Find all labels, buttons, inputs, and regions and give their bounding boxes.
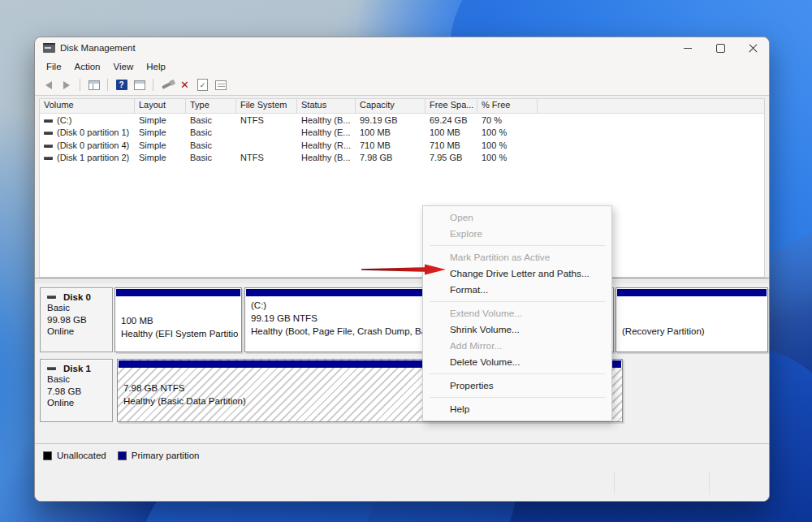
column-volume[interactable]: Volume	[40, 99, 135, 113]
check-document-button[interactable]: ✓	[196, 79, 209, 92]
forward-button[interactable]	[59, 79, 73, 92]
menu-item-change-drive-letter[interactable]: Change Drive Letter and Paths...	[423, 265, 611, 282]
disk-management-icon	[43, 43, 55, 53]
volume-row[interactable]: (C:) Simple Basic NTFS Healthy (B... 99.…	[40, 114, 764, 127]
minimize-button[interactable]	[672, 37, 704, 58]
unallocated-swatch	[43, 451, 52, 460]
tool-button[interactable]	[160, 79, 174, 92]
menu-separator	[430, 397, 605, 398]
volume-layout: Simple	[135, 153, 186, 162]
menu-separator	[430, 373, 605, 374]
disk1-kind: Basic	[47, 373, 112, 386]
disk-icon	[47, 367, 56, 370]
partition-efi[interactable]: 100 MB Healthy (EFI System Partition)	[114, 287, 242, 352]
volume-name: (C:)	[40, 115, 135, 125]
menu-action[interactable]: Action	[68, 60, 107, 73]
volume-name: (Disk 1 partition 2)	[40, 153, 135, 162]
legend-label: Primary partition	[132, 451, 200, 460]
volume-row[interactable]: (Disk 1 partition 2) Simple Basic NTFS H…	[40, 152, 764, 165]
menu-separator	[430, 245, 605, 246]
action-pane-button[interactable]	[132, 79, 146, 92]
volume-pct-free: 70 %	[477, 115, 538, 125]
back-button[interactable]	[41, 79, 55, 92]
column-capacity[interactable]: Capacity	[356, 99, 425, 113]
disk1-state: Online	[47, 397, 112, 409]
menu-item-explore: Explore	[423, 226, 611, 242]
volume-free: 100 MB	[425, 127, 477, 137]
properties-icon	[215, 80, 227, 90]
disk-icon	[44, 119, 53, 123]
legend-label: Unallocated	[57, 451, 106, 460]
console-tree-button[interactable]	[87, 79, 101, 92]
volume-name: (Disk 0 partition 1)	[40, 127, 135, 137]
menu-file[interactable]: File	[40, 60, 68, 73]
close-icon	[749, 44, 758, 53]
forward-icon	[63, 81, 70, 89]
column-file-system[interactable]: File System	[236, 99, 297, 113]
close-button[interactable]	[736, 37, 769, 58]
volume-layout: Simple	[135, 127, 186, 137]
menu-item-delete[interactable]: Delete Volume...	[423, 354, 611, 370]
volume-capacity: 7.98 GB	[356, 153, 425, 162]
volume-fs: NTFS	[236, 115, 297, 125]
disk-icon	[47, 296, 56, 299]
check-document-icon: ✓	[197, 79, 208, 91]
menu-item-format[interactable]: Format...	[423, 282, 611, 298]
title-bar[interactable]: Disk Management	[35, 37, 769, 58]
properties-button[interactable]	[214, 79, 227, 92]
column-layout[interactable]: Layout	[135, 99, 186, 113]
volume-fs: NTFS	[236, 153, 297, 162]
screwdriver-icon	[161, 80, 172, 88]
disk0-name: Disk 0	[47, 292, 112, 302]
status-separator	[709, 471, 710, 494]
status-bar	[35, 466, 769, 501]
delete-volume-button[interactable]: ✕	[178, 79, 192, 92]
volume-capacity: 100 MB	[356, 127, 425, 137]
help-button[interactable]: ?	[114, 79, 128, 92]
volume-type: Basic	[186, 115, 236, 125]
disk1-label[interactable]: Disk 1 Basic 7.98 GB Online	[40, 359, 113, 422]
volume-free: 710 MB	[425, 140, 477, 150]
column-filler	[538, 99, 764, 113]
column-status[interactable]: Status	[297, 99, 356, 113]
volume-status: Healthy (B...	[297, 115, 356, 125]
volume-row[interactable]: (Disk 0 partition 1) Simple Basic Health…	[40, 127, 764, 140]
menu-help[interactable]: Help	[140, 60, 172, 73]
volume-row[interactable]: (Disk 0 partition 4) Simple Basic Health…	[40, 139, 764, 152]
menu-item-help[interactable]: Help	[423, 401, 611, 417]
volume-type: Basic	[186, 153, 236, 162]
partition-status: Healthy (EFI System Partition)	[121, 328, 238, 341]
disk1-name: Disk 1	[47, 364, 112, 373]
volume-pct-free: 100 %	[477, 127, 538, 137]
window-controls	[672, 37, 769, 58]
toolbar-separator	[153, 79, 153, 91]
disk0-label[interactable]: Disk 0 Basic 99.98 GB Online	[40, 287, 113, 352]
volume-name: (Disk 0 partition 4)	[40, 140, 135, 150]
disk-icon	[44, 145, 53, 148]
volume-pct-free: 100 %	[477, 140, 538, 150]
volume-layout: Simple	[135, 140, 186, 150]
volume-free: 69.24 GB	[425, 115, 477, 125]
volume-status: Healthy (R...	[297, 140, 356, 150]
column-pct-free[interactable]: % Free	[477, 99, 538, 113]
menu-view[interactable]: View	[107, 60, 140, 73]
volume-type: Basic	[186, 140, 236, 150]
disk0-size: 99.98 GB	[47, 314, 112, 326]
legend-unallocated: Unallocated	[43, 451, 106, 460]
status-separator	[614, 471, 615, 494]
maximize-button[interactable]	[704, 37, 736, 58]
help-icon: ?	[116, 80, 127, 90]
partition-recovery[interactable]: (Recovery Partition)	[615, 287, 768, 352]
menu-item-shrink[interactable]: Shrink Volume...	[423, 321, 611, 338]
partition-context-menu: Open Explore Mark Partition as Active Ch…	[422, 205, 612, 421]
disk0-kind: Basic	[47, 302, 112, 314]
volume-type: Basic	[186, 127, 236, 137]
menu-item-properties[interactable]: Properties	[423, 377, 611, 394]
volume-status: Healthy (B...	[297, 153, 356, 162]
disk-graphic-pane: Disk 0 Basic 99.98 GB Online 100 MB Heal…	[35, 283, 769, 468]
volume-free: 7.95 GB	[425, 153, 477, 162]
column-type[interactable]: Type	[186, 99, 236, 113]
column-free-space[interactable]: Free Spa...	[425, 99, 477, 113]
window-title: Disk Management	[60, 43, 136, 53]
disk-management-window: Disk Management File Action View Help ? …	[34, 37, 770, 502]
